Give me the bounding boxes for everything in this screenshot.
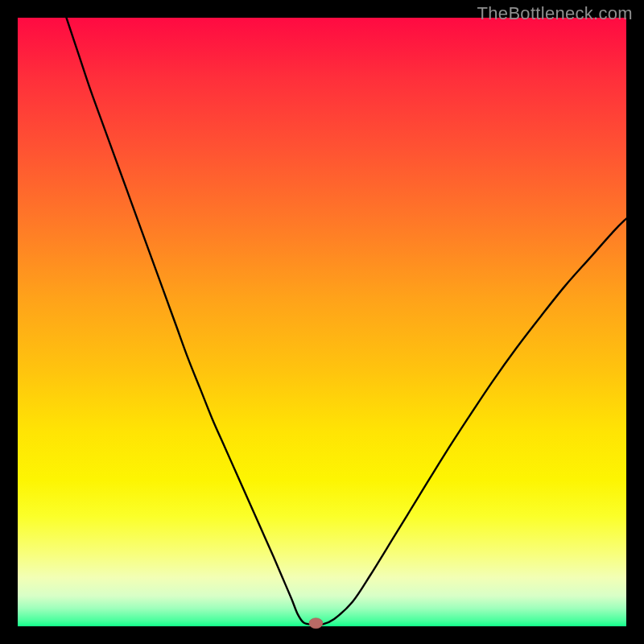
bottleneck-curve	[18, 18, 626, 626]
chart-frame: TheBottleneck.com	[0, 0, 644, 644]
optimal-point-marker	[309, 618, 323, 629]
plot-area	[18, 18, 626, 626]
